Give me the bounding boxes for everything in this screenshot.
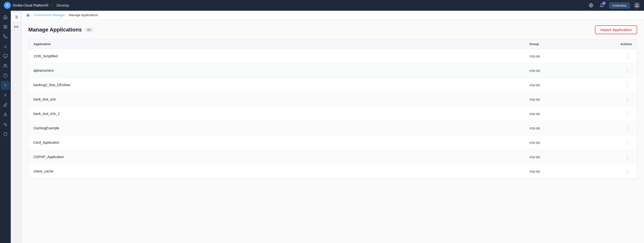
top-navigation: O Omilia Cloud Platform® Develop 1 Umbre… [0,0,644,11]
svg-point-2 [636,4,638,5]
action-menu-button[interactable]: ⋮ [623,124,632,132]
svg-marker-3 [4,25,7,27]
username-label: Umbrella1 [612,4,627,7]
cell-app-name: alphanumeric [34,69,530,72]
sidebar-item-people[interactable] [1,110,10,119]
action-menu-button[interactable]: ⋮ [623,81,632,89]
sidebar-item-home[interactable] [1,13,10,21]
cell-app-name: CDPHP_Application [34,155,530,159]
action-menu-button[interactable]: ⋮ [623,52,632,60]
icon-sidebar [0,11,11,243]
sidebar-item-phone[interactable] [1,32,10,41]
app-name: Omilia Cloud Platform® [13,3,48,7]
cell-group-name: ocp-qa [530,155,603,159]
table-header: Application Group Actions [28,39,637,49]
cell-group-name: ocp-qa [530,112,603,116]
cell-group-name: ocp-qa [530,97,603,101]
cell-actions: ⋮ [603,81,632,89]
action-menu-button[interactable]: ⋮ [623,139,632,146]
breadcrumb-sep-1: › [31,13,32,17]
svg-point-23 [16,26,16,27]
cell-group-name: ocp-qa [530,126,603,130]
cell-app-name: bank_test_e2e [34,97,530,101]
cell-actions: ⋮ [603,168,632,175]
breadcrumb-env-manager[interactable]: Environment Manager [34,13,65,17]
action-menu-button[interactable]: ⋮ [623,67,632,74]
table-row: bank_test_e2e ocp-qa ⋮ [28,92,637,107]
page-content: Manage Applications 93 Import Applicatio… [22,19,644,243]
cell-actions: ⋮ [603,96,632,103]
count-badge: 93 [85,27,93,32]
user-avatar[interactable] [634,2,640,8]
table-row: Card_Application ocp-qa ⋮ [28,135,637,150]
secondary-sidebar [11,11,22,243]
nav-divider [52,3,52,8]
breadcrumb-sep-2: › [66,13,68,17]
table-body: 2106_Simplified ocp-qa ⋮ alphanumeric oc… [28,49,637,179]
cell-actions: ⋮ [603,139,632,146]
sidebar-item-cloud[interactable] [1,81,10,90]
cell-app-name: bank_test_e2e_2 [34,112,530,116]
applications-table: Application Group Actions 2106_Simplifie… [28,39,637,179]
action-menu-button[interactable]: ⋮ [623,168,632,175]
sidebar-item-settings2[interactable] [1,100,10,109]
page-title: Manage Applications [28,26,82,33]
table-row: 2106_Simplified ocp-qa ⋮ [28,49,637,63]
page-title-area: Manage Applications 93 [28,26,93,33]
table-row: check_cache ocp-qa ⋮ [28,164,637,179]
cell-group-name: ocp-qa [530,169,603,173]
cell-app-name: CachingExample [34,126,530,130]
svg-rect-7 [4,54,7,57]
breadcrumb-current: Manage Applications [69,13,98,17]
cell-group-name: ocp-qa [530,69,603,72]
sidebar-item-shield[interactable] [1,130,10,139]
user-menu-button[interactable]: Umbrella1 [609,2,630,8]
cell-app-name: 2106_Simplified [34,54,530,58]
table-row: bank_test_e2e_2 ocp-qa ⋮ [28,107,637,121]
page-header: Manage Applications 93 Import Applicatio… [28,25,637,34]
secondary-icon-list[interactable] [12,13,20,21]
sidebar-item-users[interactable] [1,61,10,70]
logo-icon: O [4,2,11,9]
main-layout: › Environment Manager › Manage Applicati… [0,11,644,243]
cell-group-name: ocp-qa [530,83,603,87]
svg-point-15 [5,95,6,96]
sidebar-item-settings[interactable] [1,91,10,100]
action-menu-button[interactable]: ⋮ [623,96,632,103]
cell-app-name: banking2_flow_DEVAws [34,83,530,87]
table-row: CachingExample ocp-qa ⋮ [28,121,637,135]
action-menu-button[interactable]: ⋮ [623,110,632,117]
top-nav-right: 1 Umbrella1 [588,2,640,9]
table-row: alphanumeric ocp-qa ⋮ [28,63,637,78]
cell-group-name: ocp-qa [530,141,603,144]
sidebar-item-analytics[interactable] [1,42,10,51]
cell-group-name: ocp-qa [530,54,603,58]
action-menu-button[interactable]: ⋮ [623,153,632,161]
secondary-icon-dial[interactable] [12,22,20,31]
sidebar-item-balance[interactable] [1,120,10,129]
svg-point-10 [4,64,6,66]
cell-actions: ⋮ [603,52,632,60]
breadcrumb-home[interactable] [26,13,30,17]
import-application-button[interactable]: Import Application [595,25,637,34]
svg-point-16 [5,113,6,114]
develop-label[interactable]: Develop [56,3,69,7]
content-area: › Environment Manager › Manage Applicati… [22,11,644,243]
cell-app-name: check_cache [34,169,530,173]
col-header-application: Application [34,42,530,46]
sidebar-item-monitor[interactable] [1,52,10,60]
col-header-actions: Actions [603,42,632,46]
cell-actions: ⋮ [603,110,632,117]
breadcrumb: › Environment Manager › Manage Applicati… [22,11,644,19]
cell-actions: ⋮ [603,67,632,74]
sidebar-item-layers[interactable] [1,22,10,31]
cell-actions: ⋮ [603,153,632,161]
notification-button[interactable]: 1 [598,2,605,9]
globe-button[interactable] [588,2,594,9]
logo-area: O Omilia Cloud Platform® [4,2,48,9]
sidebar-item-flag[interactable] [1,71,10,80]
cell-actions: ⋮ [603,124,632,132]
cell-app-name: Card_Application [34,141,530,144]
notification-badge: 1 [602,1,606,5]
table-row: banking2_flow_DEVAws ocp-qa ⋮ [28,78,637,92]
